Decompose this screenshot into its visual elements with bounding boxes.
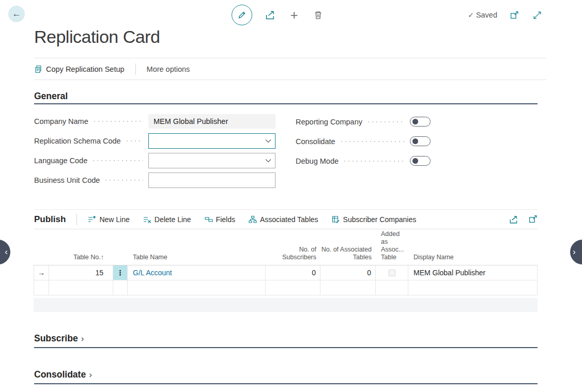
consolidate-section-underline (34, 383, 538, 384)
header-table-name[interactable]: Table Name (128, 254, 266, 265)
share-icon (265, 10, 275, 20)
delete-line-label: Delete Line (155, 215, 191, 224)
chevron-left-icon: ‹ (5, 247, 8, 257)
chevron-right-icon: › (81, 334, 84, 343)
save-status-label: Saved (476, 11, 497, 19)
dotted-leader (93, 121, 143, 122)
publish-share-button[interactable] (509, 215, 518, 224)
arrow-left-icon: ← (12, 9, 21, 19)
dotted-leader (125, 140, 143, 142)
dotted-leader (104, 180, 143, 181)
dotted-leader (343, 161, 405, 162)
open-in-new-window-button[interactable] (509, 9, 520, 21)
replication-schema-code-label: Replication Schema Code (34, 137, 121, 145)
field-row-replication-schema-code: Replication Schema Code (34, 133, 275, 149)
company-name-label: Company Name (34, 117, 88, 126)
field-row-reporting-company: Reporting Company (296, 116, 431, 127)
cell-no-of-associated-tables[interactable]: 0 (320, 265, 376, 280)
scroll-left-button[interactable]: ‹ (0, 240, 10, 264)
publish-open-in-new-button[interactable] (529, 215, 538, 224)
associated-tables-icon (249, 215, 257, 224)
table-name-link[interactable]: G/L Account (133, 269, 172, 277)
header-display-name[interactable]: Display Name (408, 254, 538, 265)
cell-display-name[interactable]: MEM Global Publisher (408, 265, 538, 280)
associated-tables-label: Associated Tables (260, 215, 318, 224)
company-name-input[interactable] (148, 114, 275, 129)
save-status: ✓ Saved (468, 11, 497, 19)
toggle-knob (412, 158, 418, 164)
reporting-company-toggle[interactable] (410, 117, 431, 127)
chevron-right-icon: › (89, 370, 92, 380)
consolidate-label: Consolidate (296, 137, 335, 146)
publish-section-heading[interactable]: Publish (34, 214, 66, 225)
fields-button[interactable]: Fields (205, 215, 235, 224)
consolidate-section-heading[interactable]: Consolidate› (34, 369, 92, 380)
more-options-button[interactable]: More options (147, 65, 190, 73)
fields-icon (205, 215, 213, 224)
cell-added-as-assoc-table (376, 265, 408, 280)
general-section-heading[interactable]: General (34, 91, 68, 102)
toolbar-divider (76, 214, 77, 225)
copy-replication-setup-label: Copy Replication Setup (46, 65, 125, 73)
replication-schema-code-input[interactable] (148, 133, 275, 149)
general-section-underline (34, 103, 538, 104)
trash-icon (313, 10, 323, 20)
field-row-consolidate: Consolidate (296, 136, 431, 147)
language-code-input[interactable] (148, 153, 275, 168)
header-table-no[interactable]: Table No.↑ (49, 254, 113, 265)
associated-tables-button[interactable]: Associated Tables (249, 215, 318, 224)
expand-diagonal-icon (533, 11, 542, 20)
page-title: Replication Card (34, 27, 160, 47)
copy-replication-setup-button[interactable]: Copy Replication Setup (34, 65, 125, 73)
back-button[interactable]: ← (8, 6, 25, 22)
chevron-down-icon[interactable] (265, 139, 271, 143)
plus-icon: + (290, 10, 298, 20)
field-row-language-code: Language Code (34, 153, 275, 168)
field-row-debug-mode: Debug Mode (296, 155, 431, 166)
row-options-button[interactable]: ⋮ (113, 265, 128, 280)
table-row[interactable]: → 15 ⋮ G/L Account 0 0 MEM Global Publis… (34, 265, 538, 280)
cell-no-of-subscribers[interactable]: 0 (266, 265, 320, 280)
ellipsis-vertical-icon: ⋮ (117, 269, 124, 277)
cell-table-no[interactable]: 15 (49, 265, 113, 280)
new-line-button[interactable]: New Line (88, 215, 129, 224)
page-action-bar: Copy Replication Setup More options (34, 58, 546, 80)
business-unit-code-label: Business Unit Code (34, 176, 100, 184)
language-code-label: Language Code (34, 156, 87, 165)
header-no-of-associated-tables[interactable]: No. of Associated Tables (320, 246, 376, 265)
debug-mode-toggle[interactable] (410, 156, 431, 166)
copy-icon (34, 65, 42, 73)
check-icon: ✓ (468, 11, 474, 19)
debug-mode-label: Debug Mode (296, 157, 339, 165)
delete-button[interactable] (312, 9, 324, 21)
share-button[interactable] (265, 9, 276, 21)
toggle-knob (412, 119, 418, 124)
open-in-new-window-icon (510, 11, 519, 20)
subscribe-section-heading[interactable]: Subscribe› (34, 333, 84, 344)
table-row-empty[interactable] (34, 280, 538, 295)
consolidate-toggle[interactable] (410, 136, 431, 146)
scroll-right-button[interactable]: › (570, 240, 582, 264)
cell-table-name[interactable]: G/L Account (128, 265, 266, 280)
replication-card-page: ← + (0, 0, 582, 392)
publish-table: Table No.↑ Table Name No. of Subscribers… (34, 229, 538, 295)
edit-button[interactable] (232, 5, 252, 25)
header-no-of-subscribers[interactable]: No. of Subscribers (266, 246, 320, 265)
chevron-down-icon[interactable] (265, 159, 271, 163)
added-as-assoc-table-checkbox (389, 270, 395, 276)
subscriber-companies-button[interactable]: Subscriber Companies (332, 215, 417, 224)
chevron-right-icon: › (573, 247, 576, 257)
expand-button[interactable] (531, 9, 543, 21)
delete-line-button[interactable]: Delete Line (143, 215, 191, 224)
sort-ascending-icon: ↑ (101, 254, 104, 261)
subscribe-section-underline (34, 347, 538, 348)
subscriber-companies-label: Subscriber Companies (343, 215, 417, 224)
table-footer-area (34, 298, 538, 312)
add-button[interactable]: + (288, 9, 300, 21)
pencil-icon (237, 10, 247, 20)
current-row-arrow-icon: → (34, 265, 49, 280)
business-unit-code-input[interactable] (148, 173, 275, 188)
header-added-as-assoc-table[interactable]: Added as Assoc... Table (376, 230, 408, 265)
field-row-business-unit-code: Business Unit Code (34, 173, 275, 188)
fields-label: Fields (216, 215, 235, 224)
